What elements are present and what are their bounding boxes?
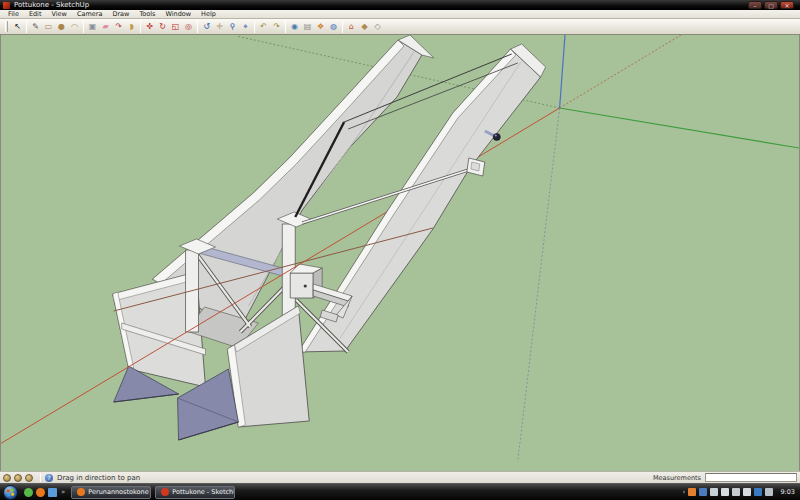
toolbar-separator [197, 21, 198, 33]
menu-camera[interactable]: Camera [72, 10, 108, 19]
menu-draw[interactable]: Draw [107, 10, 134, 19]
blue-axis [560, 35, 566, 108]
wireless-icon[interactable] [710, 488, 718, 496]
task-button-label: Pottukone - SketchUp [172, 488, 235, 496]
menu-help[interactable]: Help [196, 10, 221, 19]
start-button[interactable] [3, 485, 18, 500]
toolbar: ↖✎▭●◠▣▰↷◗✜↻◱◎↺✛⚲⌖↶↷◉▤❖◍⌂◆◇ [0, 19, 800, 35]
toolbar-separator [342, 21, 343, 33]
windows-update-icon[interactable] [754, 488, 762, 496]
green-axis [560, 108, 799, 149]
tray-collapse-chevron[interactable]: ‹ [683, 488, 686, 496]
menu-window[interactable]: Window [160, 10, 196, 19]
taskbar: » Perunannostokone ...Pottukone - Sketch… [0, 483, 800, 500]
paint-bucket-tool-icon[interactable]: ◗ [125, 20, 138, 33]
measurements-input[interactable] [705, 473, 797, 482]
line-tool-icon[interactable]: ✎ [29, 20, 42, 33]
arc-tool-icon[interactable]: ◠ [68, 20, 81, 33]
status-hint: Drag in direction to pan [57, 474, 653, 482]
zoom-extents-tool-icon[interactable]: ⌖ [239, 20, 252, 33]
measurements-label: Measurements [653, 474, 701, 482]
quick-launch-overflow[interactable]: » [61, 488, 65, 496]
minimize-button[interactable]: – [748, 1, 762, 9]
toolbar-separator [254, 21, 255, 33]
menu-tools[interactable]: Tools [134, 10, 160, 19]
share-model-icon[interactable]: ◆ [358, 20, 371, 33]
zoom-tool-icon[interactable]: ⚲ [226, 20, 239, 33]
pan-tool-icon[interactable]: ✛ [213, 20, 226, 33]
volume-icon[interactable] [765, 488, 773, 496]
scale-tool-icon[interactable]: ◱ [169, 20, 182, 33]
offset-tool-icon[interactable]: ◎ [182, 20, 195, 33]
potato-lifter-model [113, 35, 546, 440]
model-canvas[interactable] [1, 35, 799, 471]
menu-bar: FileEditViewCameraDrawToolsWindowHelp [0, 10, 800, 19]
task-button-label: Perunannostokone ... [88, 488, 151, 496]
previous-view-icon[interactable]: ↶ [257, 20, 270, 33]
help-icon[interactable]: ? [45, 474, 53, 482]
tray-app-orange[interactable] [688, 488, 696, 496]
firefox-icon[interactable] [36, 488, 45, 497]
windows-logo-icon [7, 488, 15, 496]
task-pottukone-sketchup-icon [161, 488, 169, 496]
rail-block [467, 158, 485, 176]
photo-textures-icon[interactable]: ❖ [314, 20, 327, 33]
toggle-terrain-icon[interactable]: ▤ [301, 20, 314, 33]
red-axis-negative-dotted [560, 35, 695, 108]
sketchup-app-icon [3, 2, 10, 9]
task-pottukone-sketchup[interactable]: Pottukone - SketchUp [155, 486, 235, 499]
preview-in-google-earth-icon[interactable]: ◍ [327, 20, 340, 33]
orbit-tool-icon[interactable]: ↺ [200, 20, 213, 33]
tray-square-2[interactable] [732, 488, 740, 496]
taskbar-clock: 9:03 [780, 488, 795, 496]
menu-edit[interactable]: Edit [24, 10, 47, 19]
blue-axis-negative-dotted [518, 108, 560, 462]
credits-icon[interactable] [14, 474, 22, 482]
system-tray: ‹9:03 [683, 488, 797, 496]
tray-square-3[interactable] [743, 488, 751, 496]
push-pull-tool-icon[interactable]: ▣ [86, 20, 99, 33]
window-title: Pottukone - SketchUp [14, 0, 748, 10]
task-perunannostokone[interactable]: Perunannostokone ... [71, 486, 151, 499]
maximize-button[interactable]: ▢ [764, 1, 778, 9]
menu-file[interactable]: File [3, 10, 24, 19]
close-button[interactable]: ✕ [780, 1, 794, 9]
eraser-tool-icon[interactable]: ▰ [99, 20, 112, 33]
show-desktop-icon[interactable] [48, 488, 57, 497]
follow-me-tool-icon[interactable]: ↷ [112, 20, 125, 33]
component-browser-icon[interactable]: ◇ [371, 20, 384, 33]
toolbar-separator [140, 21, 141, 33]
tray-square-1[interactable] [721, 488, 729, 496]
rectangle-tool-icon[interactable]: ▭ [42, 20, 55, 33]
get-current-view-icon[interactable]: ◉ [288, 20, 301, 33]
circle-tool-icon[interactable]: ● [55, 20, 68, 33]
toolbar-separator [285, 21, 286, 33]
get-models-icon[interactable]: ⌂ [345, 20, 358, 33]
move-tool-icon[interactable]: ✜ [143, 20, 156, 33]
sign-in-icon[interactable] [25, 474, 33, 482]
3d-viewport[interactable] [0, 35, 800, 471]
geolocation-icon[interactable] [3, 474, 11, 482]
select-tool-icon[interactable]: ↖ [11, 20, 24, 33]
title-bar: Pottukone - SketchUp – ▢ ✕ [0, 0, 800, 10]
task-perunannostokone-icon [77, 488, 85, 496]
toolbar-separator [83, 21, 84, 33]
toolbar-grip[interactable] [5, 21, 8, 32]
sketchup-window: Pottukone - SketchUp – ▢ ✕ FileEditViewC… [0, 0, 800, 500]
messenger-icon[interactable] [24, 488, 33, 497]
toolbar-separator [26, 21, 27, 33]
status-bar: ? Drag in direction to pan Measurements [0, 471, 800, 483]
quick-launch: » [24, 488, 65, 497]
next-view-icon[interactable]: ↷ [270, 20, 283, 33]
tray-app-blue[interactable] [699, 488, 707, 496]
rotate-tool-icon[interactable]: ↻ [156, 20, 169, 33]
menu-view[interactable]: View [46, 10, 71, 19]
